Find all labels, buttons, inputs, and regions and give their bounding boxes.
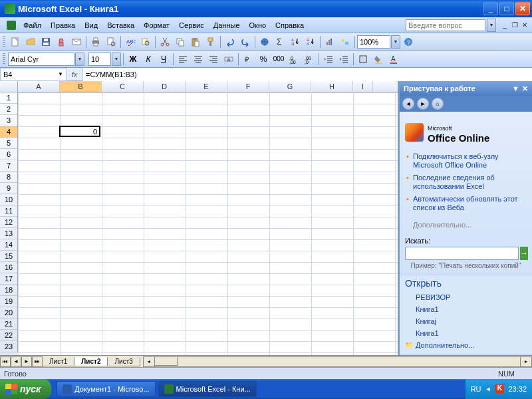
fx-icon[interactable]: fx (66, 70, 82, 78)
clock[interactable]: 23:32 (508, 385, 527, 393)
row-header[interactable]: 3 (0, 115, 18, 126)
menu-window[interactable]: Окно (245, 19, 271, 31)
recent-file-link[interactable]: РЕВИЗОР (405, 291, 527, 303)
col-header[interactable]: E (186, 81, 227, 92)
format-painter-icon[interactable] (203, 35, 218, 49)
window-minimize-button[interactable]: _ (483, 2, 498, 15)
help-search-input[interactable] (406, 19, 485, 31)
permission-icon[interactable] (54, 35, 68, 49)
tab-prev-icon[interactable]: ◄ (11, 356, 21, 367)
taskpane-home-icon[interactable]: ⌂ (432, 98, 444, 110)
merge-center-icon[interactable]: a (221, 52, 236, 66)
row-header[interactable]: 2 (0, 104, 18, 115)
research-icon[interactable] (138, 35, 153, 49)
menu-tools[interactable]: Сервис (174, 19, 209, 31)
col-header[interactable]: F (227, 81, 269, 92)
taskpane-link[interactable]: Последние сведения об использовании Exce… (405, 172, 527, 193)
horizontal-scrollbar[interactable] (143, 356, 532, 367)
sheet-tab[interactable]: Лист3 (107, 357, 140, 366)
undo-icon[interactable] (223, 35, 237, 49)
taskpane-close-icon[interactable]: ✕ (522, 84, 528, 93)
recent-file-link[interactable]: Книга1 (405, 303, 527, 315)
print-preview-icon[interactable] (104, 35, 118, 49)
taskpane-search-input[interactable] (405, 247, 519, 260)
row-header[interactable]: 13 (0, 228, 18, 239)
col-header[interactable]: G (269, 81, 311, 92)
window-close-button[interactable]: ✕ (515, 2, 530, 15)
hyperlink-icon[interactable] (257, 35, 272, 49)
window-maximize-button[interactable]: □ (499, 2, 514, 15)
row-header[interactable]: 16 (0, 262, 18, 273)
row-header[interactable]: 5 (0, 138, 18, 149)
select-all-corner[interactable] (0, 81, 18, 92)
row-header[interactable]: 9 (0, 183, 18, 194)
decrease-decimal-icon[interactable]: ,00,0 (302, 52, 317, 66)
tab-first-icon[interactable]: ⏮ (0, 356, 11, 367)
kaspersky-icon[interactable]: K (495, 384, 504, 394)
row-header[interactable]: 17 (0, 273, 18, 285)
doc-restore-button[interactable]: ❐ (510, 21, 519, 30)
recent-file-link[interactable]: Книгаj (405, 315, 527, 327)
open-file-icon[interactable] (23, 35, 38, 49)
row-header[interactable]: 4 (0, 126, 18, 138)
decrease-indent-icon[interactable] (321, 52, 336, 66)
doc-close-button[interactable]: ✕ (520, 21, 529, 30)
row-header[interactable]: 22 (0, 330, 18, 341)
toolbar-grip[interactable] (3, 53, 5, 65)
taskpane-link[interactable]: Автоматически обновлять этот список из В… (405, 193, 527, 214)
toolbar-grip[interactable] (3, 36, 5, 48)
open-more-link[interactable]: Дополнительно... (405, 339, 527, 351)
font-dropdown-icon[interactable]: ▼ (75, 53, 84, 66)
col-header[interactable]: A (18, 81, 60, 92)
taskpane-back-icon[interactable]: ◄ (402, 98, 414, 110)
taskpane-forward-icon[interactable]: ► (417, 98, 429, 110)
col-header[interactable]: D (144, 81, 186, 92)
taskbar-item-excel[interactable]: Microsoft Excel - Кни... (158, 381, 257, 397)
tab-next-icon[interactable]: ► (21, 356, 32, 367)
print-icon[interactable] (88, 35, 103, 49)
doc-minimize-button[interactable]: _ (500, 21, 509, 30)
font-name-select[interactable]: Arial Cyr (8, 53, 74, 66)
menu-insert[interactable]: Вставка (102, 19, 139, 31)
row-header[interactable]: 23 (0, 341, 18, 352)
tab-last-icon[interactable]: ⏭ (32, 356, 43, 367)
save-icon[interactable] (39, 35, 53, 49)
col-header[interactable]: H (311, 81, 353, 92)
row-header[interactable]: 7 (0, 160, 18, 172)
menu-format[interactable]: Формат (139, 19, 174, 31)
cells-area[interactable]: 0 (18, 92, 398, 355)
increase-decimal-icon[interactable]: ,0,00 (287, 52, 301, 66)
row-header[interactable]: 14 (0, 239, 18, 251)
increase-indent-icon[interactable] (336, 52, 351, 66)
sheet-tab[interactable]: Лист2 (74, 357, 108, 366)
taskpane-more-link[interactable]: Дополнительно... (405, 218, 527, 231)
email-icon[interactable] (69, 35, 84, 49)
copy-icon[interactable] (173, 35, 188, 49)
fill-color-icon[interactable] (371, 52, 386, 66)
row-header[interactable]: 12 (0, 217, 18, 228)
cut-icon[interactable] (158, 35, 172, 49)
start-button[interactable]: пуск (0, 379, 51, 399)
lang-indicator[interactable]: RU (471, 385, 481, 393)
help-dropdown-icon[interactable]: ▼ (487, 19, 496, 32)
percent-icon[interactable]: % (256, 52, 271, 66)
taskbar-item-word[interactable]: Документ1 - Microso... (57, 381, 155, 397)
col-header[interactable]: B (60, 81, 102, 92)
col-header[interactable]: I (353, 81, 373, 92)
tray-arrow-icon[interactable]: ◄ (485, 386, 491, 392)
menu-help[interactable]: Справка (271, 19, 309, 31)
drawing-icon[interactable] (338, 35, 352, 49)
comma-style-icon[interactable]: 000 (271, 52, 286, 66)
row-header[interactable]: 6 (0, 149, 18, 160)
italic-icon[interactable]: К (141, 52, 156, 66)
chart-wizard-icon[interactable] (323, 35, 337, 49)
spellcheck-icon[interactable]: ABC (123, 35, 138, 49)
spreadsheet-grid[interactable]: A B C D E F G H I 1 2 3 4 5 6 7 8 9 10 1… (0, 81, 398, 355)
help-icon[interactable]: ? (401, 35, 416, 49)
zoom-select[interactable]: 100% (357, 35, 390, 49)
row-header[interactable]: 15 (0, 251, 18, 262)
menu-file[interactable]: Файл (19, 19, 46, 31)
align-center-icon[interactable] (191, 52, 205, 66)
col-header[interactable]: C (102, 81, 144, 92)
sheet-tab[interactable]: Лист1 (42, 357, 74, 366)
